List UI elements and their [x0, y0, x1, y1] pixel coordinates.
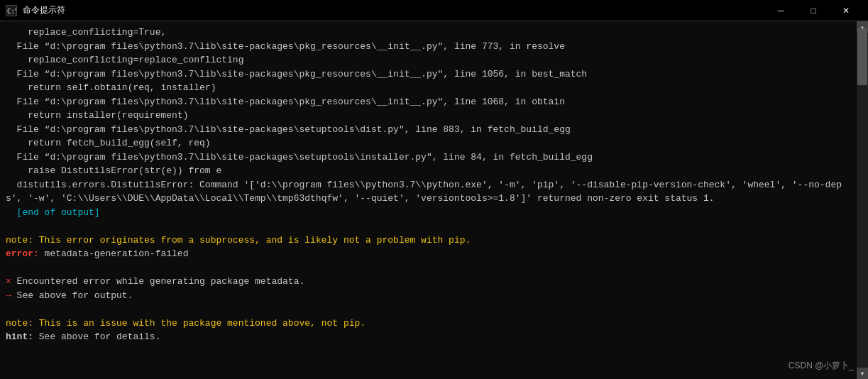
- terminal-line: distutils.errors.DistutilsError: Command…: [6, 178, 851, 206]
- terminal-line: note: This is an issue with the package …: [6, 317, 851, 331]
- terminal-line: return self.obtain(req, installer): [6, 81, 851, 95]
- terminal-line: [6, 302, 851, 317]
- terminal-line: [end of output]: [6, 206, 851, 220]
- scrollbar-down[interactable]: ▼: [857, 368, 868, 379]
- terminal-line: error: metadata-generation-failed: [6, 247, 851, 261]
- terminal-line: hint: See above for details.: [6, 330, 851, 344]
- terminal-line: replace_conflicting=replace_conflicting: [6, 53, 851, 67]
- scrollbar[interactable]: ▲ ▼: [857, 21, 868, 379]
- watermark: CSDN @小萝卜_: [789, 360, 854, 372]
- window: C:\ 命令提示符 ─ □ ✕ replace_conflicting=True…: [0, 0, 868, 379]
- terminal-line: replace_conflicting=True,: [6, 26, 851, 40]
- terminal-line: raise DistutilsError(str(e)) from e: [6, 164, 851, 178]
- titlebar-left: C:\ 命令提示符: [6, 4, 65, 16]
- cmd-icon: C:\: [6, 5, 17, 16]
- terminal[interactable]: replace_conflicting=True, File “d:\progr…: [0, 21, 857, 379]
- terminal-line: → See above for output.: [6, 289, 851, 303]
- terminal-line: [6, 219, 851, 234]
- terminal-line: return installer(requirement): [6, 109, 851, 123]
- minimize-button[interactable]: ─: [764, 0, 797, 21]
- titlebar: C:\ 命令提示符 ─ □ ✕: [0, 0, 868, 21]
- scrollbar-thumb[interactable]: [857, 28, 867, 85]
- svg-text:C:\: C:\: [7, 8, 16, 15]
- content-area: replace_conflicting=True, File “d:\progr…: [0, 21, 868, 379]
- terminal-line: File “d:\program files\python3.7\lib\sit…: [6, 123, 851, 137]
- terminal-line: File “d:\program files\python3.7\lib\sit…: [6, 95, 851, 109]
- terminal-line: return fetch_build_egg(self, req): [6, 136, 851, 150]
- window-controls: ─ □ ✕: [764, 0, 862, 21]
- terminal-line: [6, 261, 851, 275]
- terminal-line: File “d:\program files\python3.7\lib\sit…: [6, 67, 851, 82]
- terminal-line: × Encountered error while generating pac…: [6, 275, 851, 289]
- terminal-line: File “d:\program files\python3.7\lib\sit…: [6, 150, 851, 165]
- maximize-button[interactable]: □: [797, 0, 830, 21]
- close-button[interactable]: ✕: [830, 0, 862, 21]
- window-title: 命令提示符: [23, 4, 65, 16]
- terminal-line: File “d:\program files\python3.7\lib\sit…: [6, 40, 851, 54]
- terminal-line: note: This error originates from a subpr…: [6, 234, 851, 248]
